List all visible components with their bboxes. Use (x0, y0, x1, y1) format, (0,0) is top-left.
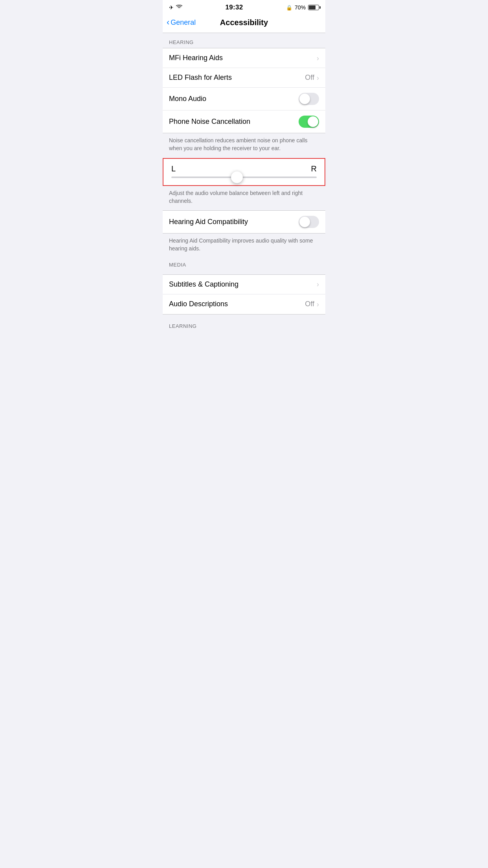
row-hearing-aid-compat: Hearing Aid Compatibility (163, 211, 325, 233)
hearing-aid-description: Hearing Aid Compatibility improves audio… (163, 234, 325, 274)
mfi-hearing-aids-right: › (317, 55, 319, 62)
media-settings-group: Subtitles & Captioning › Audio Descripti… (163, 274, 325, 314)
subtitles-chevron-icon: › (317, 281, 319, 288)
hearing-aid-desc-text: Hearing Aid Compatibility improves audio… (169, 237, 313, 252)
noise-cancellation-description: Noise cancellation reduces ambient noise… (163, 133, 325, 158)
status-time: 19:32 (225, 4, 243, 11)
row-audio-descriptions[interactable]: Audio Descriptions Off › (163, 294, 325, 314)
row-mfi-hearing-aids[interactable]: MFi Hearing Aids › (163, 48, 325, 68)
row-mono-audio: Mono Audio (163, 88, 325, 110)
back-button[interactable]: ‹ General (167, 18, 196, 27)
balance-description: Adjust the audio volume balance between … (163, 186, 325, 211)
hearing-aid-compat-toggle[interactable] (299, 216, 319, 228)
row-led-flash[interactable]: LED Flash for Alerts Off › (163, 68, 325, 88)
balance-labels-row: L R (163, 159, 325, 175)
balance-left-label: L (171, 164, 176, 173)
mfi-hearing-aids-label: MFi Hearing Aids (169, 54, 223, 62)
hearing-aid-compat-toggle-knob (299, 217, 310, 227)
section-label-media: MEDIA (169, 262, 186, 268)
balance-slider-track (171, 177, 317, 178)
audio-descriptions-value: Off (305, 300, 314, 308)
battery-percentage: 70% (295, 4, 306, 11)
led-flash-value: Off (305, 74, 314, 82)
balance-right-label: R (311, 164, 317, 173)
mono-audio-toggle[interactable] (299, 93, 319, 105)
back-label: General (171, 18, 196, 27)
status-right-icons: 🔒 70% (286, 4, 319, 11)
mono-audio-label: Mono Audio (169, 95, 206, 103)
led-flash-right: Off › (305, 74, 319, 82)
lock-icon: 🔒 (286, 5, 292, 11)
row-phone-noise: Phone Noise Cancellation (163, 110, 325, 133)
section-header-hearing: HEARING (163, 33, 325, 48)
led-flash-label: LED Flash for Alerts (169, 74, 232, 82)
phone-noise-toggle[interactable] (299, 116, 319, 128)
row-subtitles[interactable]: Subtitles & Captioning › (163, 275, 325, 294)
battery-fill (309, 6, 316, 9)
audio-descriptions-chevron-icon: › (317, 301, 319, 308)
airplane-icon: ✈ (169, 4, 174, 11)
status-left-icons: ✈ (169, 4, 182, 11)
battery-icon (308, 5, 319, 10)
balance-slider-thumb[interactable] (231, 171, 243, 183)
mfi-chevron-icon: › (317, 55, 319, 62)
wifi-icon (176, 4, 182, 11)
hearing-aid-compat-label: Hearing Aid Compatibility (169, 218, 248, 226)
section-label-learning: LEARNING (169, 323, 196, 329)
section-label-hearing: HEARING (169, 39, 194, 45)
subtitles-label: Subtitles & Captioning (169, 280, 238, 289)
back-chevron-icon: ‹ (167, 18, 169, 27)
phone-noise-toggle-knob (308, 116, 318, 127)
nav-header: ‹ General Accessibility (163, 14, 325, 33)
hearing-settings-group: MFi Hearing Aids › LED Flash for Alerts … (163, 48, 325, 133)
subtitles-right: › (317, 281, 319, 288)
led-flash-chevron-icon: › (317, 74, 319, 81)
section-header-learning: LEARNING (163, 314, 325, 332)
hearing-aid-group: Hearing Aid Compatibility (163, 210, 325, 234)
audio-descriptions-label: Audio Descriptions (169, 300, 228, 308)
audio-balance-section: L R (163, 158, 325, 186)
status-bar: ✈ 19:32 🔒 70% (163, 0, 325, 14)
mono-audio-toggle-knob (299, 94, 310, 104)
page-title: Accessibility (220, 18, 268, 27)
phone-noise-label: Phone Noise Cancellation (169, 118, 250, 126)
audio-descriptions-right: Off › (305, 300, 319, 308)
balance-slider-container (163, 175, 325, 185)
